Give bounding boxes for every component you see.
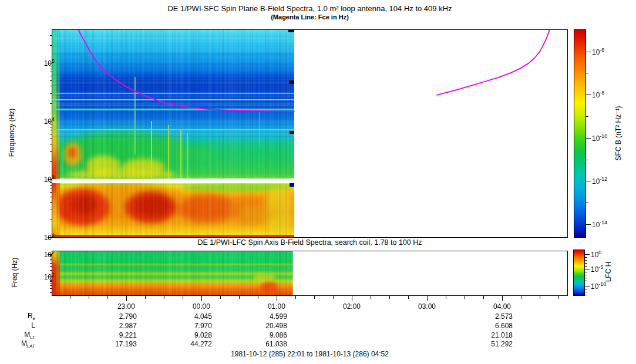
y-minor-tick [50, 261, 52, 261]
y-minor-tick [50, 72, 52, 72]
colorbar-major-tick [585, 286, 590, 287]
y-minor-tick [50, 151, 52, 152]
colorbar-tick-label: 10-8 [592, 90, 615, 99]
y-tick-label: 102 [31, 250, 55, 259]
time-hour-label: 00:00 [184, 302, 219, 311]
time-minor-tick [540, 296, 540, 299]
y-minor-tick [50, 76, 52, 76]
colorbar-minor-tick [585, 281, 587, 281]
ephemeris-value: 9.028 [171, 331, 212, 339]
time-minor-tick [145, 296, 146, 299]
ephemeris-row-label: L [0, 321, 35, 331]
y-minor-tick [50, 278, 52, 278]
colorbar-major-tick [586, 52, 591, 52]
time-minor-tick [183, 296, 183, 299]
colorbar-minor-tick [585, 263, 587, 264]
colorbar-minor-tick [585, 275, 587, 275]
time-minor-tick [107, 296, 108, 299]
y-minor-tick [50, 210, 52, 210]
colorbar-tick-label: 10-6 [592, 47, 615, 56]
colorbar-minor-tick [585, 295, 587, 295]
time-minor-tick [521, 296, 521, 299]
time-major-tick [352, 296, 352, 301]
colorbar-tick-label: 10-12 [592, 176, 615, 186]
colorbar-tick-label: 10-10 [591, 281, 614, 291]
colorbar-major-tick [586, 224, 591, 225]
ephemeris-value: 2.790 [96, 312, 137, 321]
figure: DE 1/PWI-SFC Spin Plane B-Field Spectra,… [0, 0, 636, 364]
y-minor-tick [50, 127, 52, 127]
ephemeris-value: 7.970 [171, 322, 212, 330]
y-minor-tick [50, 134, 52, 134]
y-minor-tick [50, 192, 52, 193]
ephemeris-row-label: Re [0, 312, 35, 321]
colorbar-minor-tick [586, 203, 588, 203]
time-minor-tick [220, 296, 221, 299]
y-minor-tick [50, 259, 52, 259]
time-hour-label: 04:00 [484, 302, 520, 311]
y-minor-tick [50, 292, 52, 293]
time-major-tick [126, 296, 127, 301]
colorbar-minor-tick [585, 272, 587, 272]
colorbar-tick-label: 100 [591, 250, 614, 259]
colorbar-major-tick [585, 254, 590, 255]
generated-axes-layer: 10210310410510110223:0000:0001:0002:0003… [0, 0, 636, 364]
y-tick-label: 105 [31, 58, 55, 68]
ephemeris-value: 4.045 [171, 312, 212, 321]
y-minor-tick [50, 139, 52, 139]
y-minor-tick [50, 188, 52, 188]
y-minor-tick [50, 288, 52, 289]
ephemeris-row-label: MLT [0, 331, 35, 340]
y-minor-tick [50, 69, 52, 69]
ephemeris-value: 44.272 [171, 340, 212, 348]
ephemeris-value: 6.608 [472, 322, 513, 330]
time-minor-tick [314, 296, 315, 299]
colorbar-minor-tick [586, 73, 588, 73]
ephemeris-value: 51.292 [472, 340, 513, 348]
time-hour-label: 02:00 [334, 302, 369, 311]
y-minor-tick [50, 35, 52, 36]
time-minor-tick [389, 296, 390, 299]
ephemeris-value: 9.221 [96, 331, 137, 339]
y-minor-tick [50, 280, 52, 281]
y-tick-label: 102 [31, 232, 55, 242]
ephemeris-value: 2.573 [472, 312, 513, 321]
time-major-tick [201, 296, 202, 301]
colorbar-tick-label: 10-14 [592, 220, 615, 229]
colorbar-tick-label: 10-5 [591, 264, 614, 274]
y-tick-label: 103 [31, 174, 55, 184]
y-minor-tick [50, 283, 52, 284]
ephemeris-value: 2.987 [96, 322, 137, 330]
time-minor-tick [164, 296, 164, 299]
time-hour-label: 01:00 [259, 302, 294, 311]
ephemeris-value: 17.193 [96, 340, 137, 348]
y-minor-tick [50, 202, 52, 203]
y-minor-tick [50, 281, 52, 282]
y-minor-tick [50, 279, 52, 279]
y-minor-tick [50, 185, 52, 186]
time-minor-tick [408, 296, 409, 299]
colorbar-tick-label: 10-10 [592, 133, 615, 143]
y-minor-tick [50, 45, 52, 46]
y-minor-tick [50, 103, 52, 104]
colorbar-minor-tick [585, 260, 587, 261]
colorbar-minor-tick [585, 289, 587, 289]
y-minor-tick [50, 197, 52, 197]
colorbar-minor-tick [586, 160, 588, 160]
y-minor-tick [50, 285, 52, 286]
time-major-tick [502, 296, 503, 301]
time-minor-tick [465, 296, 465, 299]
time-minor-tick [483, 296, 484, 299]
time-major-tick [277, 296, 277, 301]
time-minor-tick [70, 296, 70, 299]
time-hour-label: 23:00 [109, 302, 144, 311]
y-minor-tick [50, 263, 52, 264]
colorbar-minor-tick [585, 278, 587, 278]
colorbar-minor-tick [585, 266, 587, 267]
y-minor-tick [50, 270, 52, 271]
colorbar-minor-tick [585, 257, 587, 258]
ephemeris-value: 9.086 [246, 331, 287, 339]
y-tick-label: 104 [31, 116, 55, 126]
y-minor-tick [50, 130, 52, 130]
colorbar-major-tick [586, 181, 591, 181]
